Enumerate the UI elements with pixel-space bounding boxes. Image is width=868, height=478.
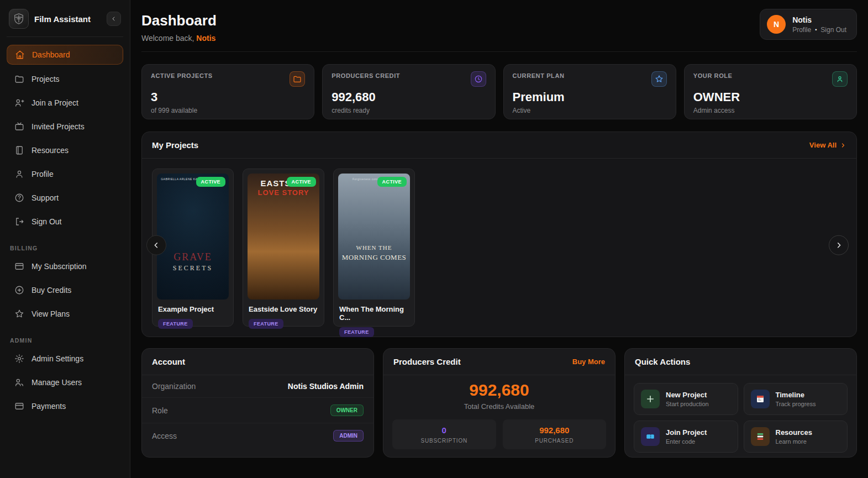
section-title: My Projects [152, 140, 198, 150]
sidebar-item-my-subscription[interactable]: My Subscription [7, 257, 123, 276]
book-stack-icon [751, 427, 770, 446]
project-type-badge: FEATURE [249, 319, 283, 329]
resources-action[interactable]: Resources Learn more [744, 421, 848, 453]
star-icon [14, 309, 24, 319]
welcome-user-name: Notis [196, 34, 215, 43]
section-title: Quick Actions [635, 357, 690, 366]
page-title: Dashboard [141, 12, 217, 29]
app-root: Film Assistant Dashboard Projects Join a… [0, 0, 868, 478]
credits-caption: Total Credits Available [392, 402, 606, 411]
folder-icon [14, 74, 24, 84]
sidebar-item-dashboard[interactable]: Dashboard [7, 45, 123, 65]
sidebar: Film Assistant Dashboard Projects Join a… [0, 0, 130, 478]
sign-out-link[interactable]: Sign Out [820, 26, 846, 34]
credits-total: 992,680 [392, 381, 606, 400]
sidebar-item-profile[interactable]: Profile [7, 165, 123, 183]
user-links: Profile • Sign Out [792, 26, 846, 34]
sidebar-item-projects[interactable]: Projects [7, 70, 123, 88]
sidebar-item-sign-out[interactable]: Sign Out [7, 212, 123, 231]
user-icon [14, 169, 24, 179]
action-title: New Project [666, 391, 709, 399]
sidebar-item-label: Join a Project [31, 98, 78, 107]
sidebar-item-label: Profile [31, 170, 54, 178]
new-project-action[interactable]: New Project Start production [634, 383, 738, 415]
sidebar-item-resources[interactable]: Resources [7, 141, 123, 160]
sidebar-section-admin: ADMIN [7, 328, 123, 349]
profile-link[interactable]: Profile [792, 26, 811, 34]
account-row-role: Role OWNER [142, 398, 373, 423]
sidebar-item-invited-projects[interactable]: Invited Projects [7, 117, 123, 136]
box-value: 0 [397, 426, 492, 435]
plus-circle-icon [14, 285, 24, 295]
stat-value: OWNER [693, 90, 848, 104]
tv-icon [14, 122, 24, 132]
account-row-access: Access ADMIN [142, 423, 373, 448]
stat-card-your-role: YOUR ROLE OWNER Admin access [684, 64, 857, 119]
view-all-link[interactable]: View All [809, 141, 846, 149]
action-sub: Start production [666, 401, 709, 407]
stat-label: CURRENT PLAN [513, 72, 565, 79]
main-content: Dashboard Welcome back, Notis N Notis Pr… [130, 0, 868, 478]
sidebar-item-label: Admin Settings [31, 354, 83, 363]
quick-actions-card: Quick Actions New Project Start producti… [624, 348, 857, 458]
stat-value: Premium [513, 90, 667, 104]
ticket-icon [641, 427, 660, 446]
project-card-when-the-morning-comes[interactable]: Forgiveness comes at a co... WHEN THE MO… [333, 169, 415, 327]
welcome-prefix: Welcome back, [141, 34, 194, 43]
sidebar-item-payments[interactable]: Payments [7, 397, 123, 416]
sidebar-item-support[interactable]: Support [7, 188, 123, 207]
app-title: Film Assistant [34, 14, 101, 24]
star-icon [651, 71, 667, 87]
poster-title-line2: MORNING COMES [338, 253, 410, 262]
account-header: Account [142, 349, 373, 375]
section-title: Producers Credit [393, 357, 461, 366]
row-label: Role [152, 406, 168, 415]
buy-more-link[interactable]: Buy More [572, 358, 605, 366]
owner-badge: OWNER [330, 405, 364, 416]
action-sub: Learn more [776, 438, 812, 445]
project-title: When The Morning C... [339, 305, 409, 322]
project-card-eastside-love-story[interactable]: EASTSIDE LOVE STORY ACTIVE Eastside Love… [243, 169, 324, 327]
timeline-action[interactable]: Timeline Track progress [744, 383, 848, 415]
sidebar-item-label: Invited Projects [31, 122, 85, 131]
sidebar-item-label: Dashboard [32, 50, 70, 59]
carousel-next-button[interactable] [829, 235, 849, 255]
project-type-badge: FEATURE [158, 319, 193, 329]
chevron-left-icon [152, 241, 161, 250]
sidebar-collapse-button[interactable] [107, 12, 121, 26]
row-value: Notis Studios Admin [288, 382, 364, 391]
calendar-icon [751, 390, 770, 408]
sidebar-item-admin-settings[interactable]: Admin Settings [7, 349, 123, 368]
purchased-credit-box: 992,680 PURCHASED [503, 419, 607, 449]
sidebar-item-label: Sign Out [31, 217, 61, 226]
app-logo-icon [9, 9, 29, 29]
box-label: SUBSCRIPTION [397, 438, 492, 444]
project-title: Eastside Love Story [249, 305, 318, 313]
credit-card-icon [14, 401, 24, 411]
bottom-row: Account Organization Notis Studios Admin… [141, 348, 857, 458]
join-project-action[interactable]: Join Project Enter code [634, 421, 738, 453]
person-icon [832, 71, 848, 87]
carousel-prev-button[interactable] [146, 235, 166, 255]
my-projects-header: My Projects View All [142, 132, 856, 159]
stat-label: YOUR ROLE [693, 72, 733, 79]
sidebar-item-manage-users[interactable]: Manage Users [7, 373, 123, 392]
stats-row: ACTIVE PROJECTS 3 of 999 available PRODU… [141, 64, 857, 119]
sidebar-item-join-a-project[interactable]: Join a Project [7, 93, 123, 112]
sidebar-item-label: Manage Users [31, 378, 82, 387]
avatar[interactable]: N [767, 15, 786, 34]
chevron-right-icon [840, 142, 846, 149]
sidebar-item-view-plans[interactable]: View Plans [7, 304, 123, 323]
sidebar-item-buy-credits[interactable]: Buy Credits [7, 281, 123, 300]
credits-body: 992,680 Total Credits Available 0 SUBSCR… [383, 375, 615, 449]
project-poster: EASTSIDE LOVE STORY ACTIVE [248, 174, 319, 300]
sign-out-icon [14, 217, 24, 227]
poster-title-line2: LOVE STORY [248, 188, 319, 197]
project-poster: GABRIELLA ARLENE KALAYDRIN WILSON GRAVE … [157, 174, 229, 300]
poster-title-line1: WHEN THE [338, 244, 410, 251]
stat-label: ACTIVE PROJECTS [151, 72, 213, 79]
chevron-left-icon [111, 15, 117, 22]
welcome-text: Welcome back, Notis [141, 34, 217, 43]
row-label: Organization [152, 382, 196, 391]
credits-header: Producers Credit Buy More [383, 349, 615, 375]
